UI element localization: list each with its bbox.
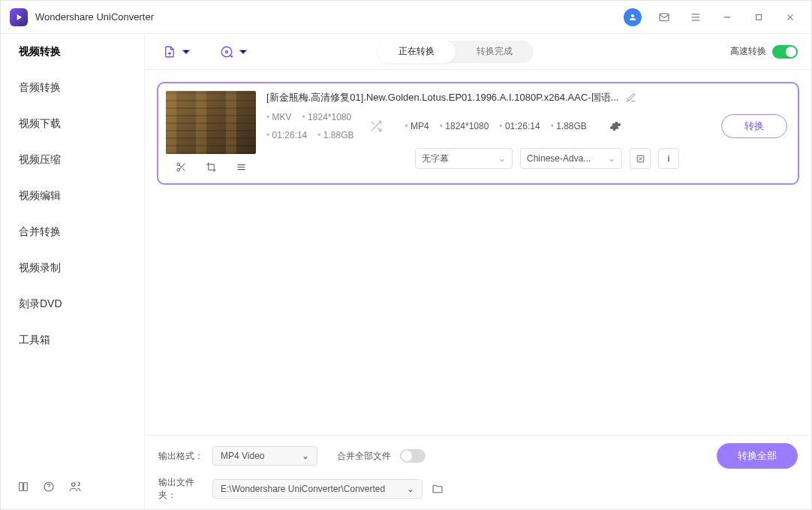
- sidebar-item-label: 视频压缩: [19, 153, 61, 167]
- effects-button[interactable]: [233, 158, 250, 176]
- trim-button[interactable]: [173, 158, 190, 176]
- sidebar-item-merge-convert[interactable]: 合并转换: [1, 214, 144, 250]
- mail-button[interactable]: [652, 5, 676, 29]
- guide-button[interactable]: [17, 481, 29, 493]
- close-button[interactable]: [778, 5, 802, 29]
- info-button[interactable]: i: [658, 148, 679, 169]
- close-icon: [785, 12, 795, 23]
- output-format-label: 输出格式：: [158, 450, 203, 463]
- scissors-icon: [176, 161, 187, 173]
- account-button[interactable]: [621, 5, 645, 29]
- app-title: Wondershare UniConverter: [35, 11, 154, 23]
- maximize-icon: [754, 13, 763, 22]
- svg-rect-0: [660, 14, 669, 20]
- svg-point-3: [72, 483, 76, 487]
- convert-all-button[interactable]: 转换全部: [717, 443, 798, 469]
- add-file-icon: [163, 45, 176, 59]
- tab-label: 转换完成: [477, 45, 513, 58]
- crop-icon: [206, 161, 217, 173]
- user-icon: [624, 8, 642, 26]
- folder-icon: [432, 483, 444, 495]
- menu-button[interactable]: [684, 5, 708, 29]
- minimize-button[interactable]: [715, 5, 739, 29]
- users-button[interactable]: [68, 480, 82, 493]
- sidebar-item-video-download[interactable]: 视频下载: [1, 106, 144, 142]
- dst-size: 1.88GB: [551, 121, 587, 131]
- fast-convert-label: 高速转换: [730, 45, 766, 58]
- audio-track-select[interactable]: Chinese-Adva... ⌄: [520, 148, 622, 169]
- gear-icon: [609, 120, 621, 132]
- convert-button[interactable]: 转换: [721, 114, 787, 138]
- dst-duration: 01:26:14: [499, 121, 540, 131]
- toolbar: 正在转换 转换完成 高速转换: [145, 34, 811, 70]
- tab-converting[interactable]: 正在转换: [377, 41, 456, 63]
- help-icon: [43, 481, 55, 493]
- src-format: MKV: [266, 112, 292, 122]
- fast-convert-toggle[interactable]: [772, 45, 798, 59]
- video-thumbnail[interactable]: [166, 91, 256, 154]
- subtitle-select[interactable]: 无字幕 ⌄: [415, 148, 513, 169]
- disc-plus-icon: [220, 45, 233, 59]
- sidebar-item-audio-convert[interactable]: 音频转换: [1, 70, 144, 106]
- help-button[interactable]: [43, 481, 55, 493]
- svg-point-7: [176, 168, 179, 171]
- sidebar-item-label: 工具箱: [19, 333, 50, 347]
- tab-switch: 正在转换 转换完成: [377, 41, 534, 63]
- sidebar-item-label: 视频编辑: [19, 189, 61, 203]
- tab-label: 正在转换: [398, 45, 435, 58]
- output-folder-select[interactable]: E:\Wondershare UniConverter\Converted ⌄: [212, 479, 423, 499]
- sidebar-item-video-convert[interactable]: 视频转换: [1, 34, 144, 70]
- sidebar-item-video-record[interactable]: 视频录制: [1, 250, 144, 286]
- minimize-icon: [722, 12, 732, 23]
- merge-toggle[interactable]: [400, 449, 426, 463]
- sidebar-item-label: 视频录制: [19, 261, 61, 275]
- file-card: [新金瓶梅.高清修复01].New.Golden.Lotus.EP01.1996…: [157, 82, 799, 185]
- maximize-button[interactable]: [747, 5, 771, 29]
- rename-button[interactable]: [626, 92, 636, 103]
- sidebar-item-label: 刻录DVD: [19, 297, 62, 311]
- merge-label: 合并全部文件: [337, 450, 391, 463]
- tab-done[interactable]: 转换完成: [456, 41, 534, 63]
- delete-icon: [636, 154, 645, 164]
- sidebar-item-label: 音频转换: [19, 81, 61, 95]
- app-logo: [10, 8, 28, 26]
- sidebar-item-label: 视频转换: [19, 45, 61, 59]
- chevron-down-icon: ⌄: [407, 484, 414, 494]
- edit-icon: [626, 92, 636, 103]
- output-settings-button[interactable]: [605, 116, 626, 137]
- dst-format: MP4: [405, 121, 429, 131]
- open-folder-button[interactable]: [432, 483, 444, 495]
- chevron-down-icon: ⌄: [302, 451, 309, 461]
- add-dvd-button[interactable]: [215, 42, 254, 62]
- sliders-icon: [236, 161, 247, 173]
- shuffle-icon: [369, 119, 383, 133]
- add-file-button[interactable]: [158, 42, 197, 62]
- svg-rect-1: [756, 14, 762, 20]
- chevron-down-icon: [179, 45, 193, 59]
- src-size: 1.88GB: [317, 130, 353, 140]
- mail-icon: [658, 11, 670, 23]
- subtitle-value: 无字幕: [422, 152, 449, 165]
- sidebar-item-label: 合并转换: [19, 225, 61, 239]
- src-resolution: 1824*1080: [302, 112, 352, 122]
- sidebar-item-video-compress[interactable]: 视频压缩: [1, 142, 144, 178]
- output-meta: MP4 1824*1080 01:26:14 1.88GB: [398, 116, 594, 136]
- sidebar-item-video-edit[interactable]: 视频编辑: [1, 178, 144, 214]
- bottom-bar: 输出格式： MP4 Video ⌄ 合并全部文件 转换全部 输出文件夹： E:\…: [145, 435, 811, 509]
- file-title: [新金瓶梅.高清修复01].New.Golden.Lotus.EP01.1996…: [266, 91, 618, 104]
- src-duration: 01:26:14: [266, 130, 307, 140]
- menu-icon: [690, 11, 702, 23]
- sidebar-item-label: 视频下载: [19, 117, 61, 131]
- output-folder-label: 输出文件夹：: [158, 476, 203, 502]
- titlebar: Wondershare UniConverter: [1, 1, 811, 34]
- sidebar-item-toolbox[interactable]: 工具箱: [1, 322, 144, 358]
- sidebar-item-burn-dvd[interactable]: 刻录DVD: [1, 286, 144, 322]
- chevron-down-icon: ⌄: [498, 153, 506, 164]
- output-format-value: MP4 Video: [221, 451, 264, 461]
- remove-button[interactable]: [630, 148, 651, 169]
- sidebar: 视频转换 音频转换 视频下载 视频压缩 视频编辑 合并转换 视频录制 刻录DVD…: [1, 34, 145, 509]
- users-icon: [68, 480, 82, 493]
- chevron-down-icon: ⌄: [608, 153, 615, 164]
- output-format-select[interactable]: MP4 Video ⌄: [212, 446, 317, 466]
- crop-button[interactable]: [203, 158, 220, 176]
